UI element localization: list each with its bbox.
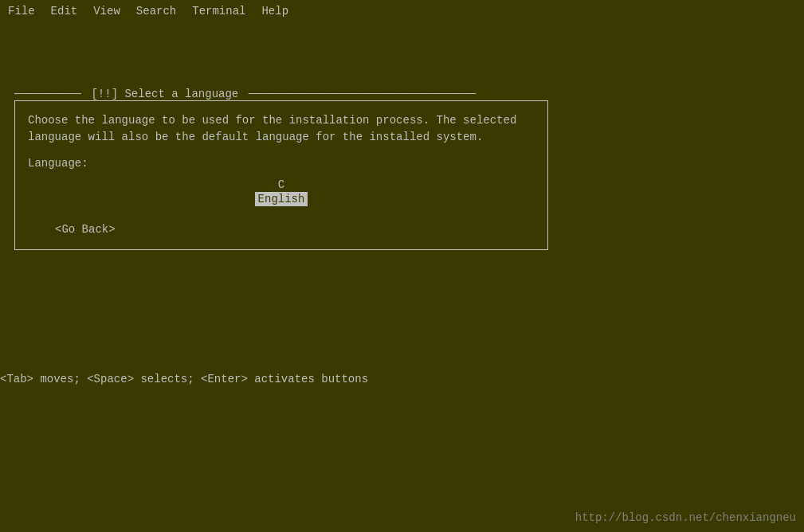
dialog-title-row: ────────── [!!] Select a language ──────…	[14, 88, 548, 100]
menubar: File Edit View Search Terminal Help	[0, 0, 804, 22]
menu-terminal[interactable]: Terminal	[184, 3, 253, 19]
url-text: http://blog.csdn.net/chenxiangneu	[575, 511, 796, 524]
menu-edit[interactable]: Edit	[43, 3, 86, 19]
menu-help[interactable]: Help	[253, 3, 296, 19]
statusbar: <Tab> moves; <Space> selects; <Enter> ac…	[0, 370, 368, 389]
dialog-title-line-left: ──────────	[14, 88, 88, 100]
dialog-container: ────────── [!!] Select a language ──────…	[14, 88, 548, 250]
language-item-c[interactable]: C	[275, 178, 288, 192]
dialog-language-label: Language:	[28, 157, 535, 170]
dialog-box: Choose the language to be used for the i…	[14, 100, 548, 250]
language-item-english[interactable]: English	[255, 192, 308, 206]
menu-view[interactable]: View	[85, 3, 128, 19]
go-back-button[interactable]: <Go Back>	[52, 222, 119, 237]
menu-search[interactable]: Search	[128, 3, 184, 19]
dialog-title-line-right: ──────────────────────────────────	[241, 88, 548, 100]
language-list: C English	[28, 178, 535, 206]
dialog-buttons: <Go Back>	[28, 222, 535, 237]
menu-file[interactable]: File	[0, 3, 43, 19]
dialog-description: Choose the language to be used for the i…	[28, 112, 535, 146]
dialog-title-text: [!!] Select a language	[88, 88, 241, 100]
